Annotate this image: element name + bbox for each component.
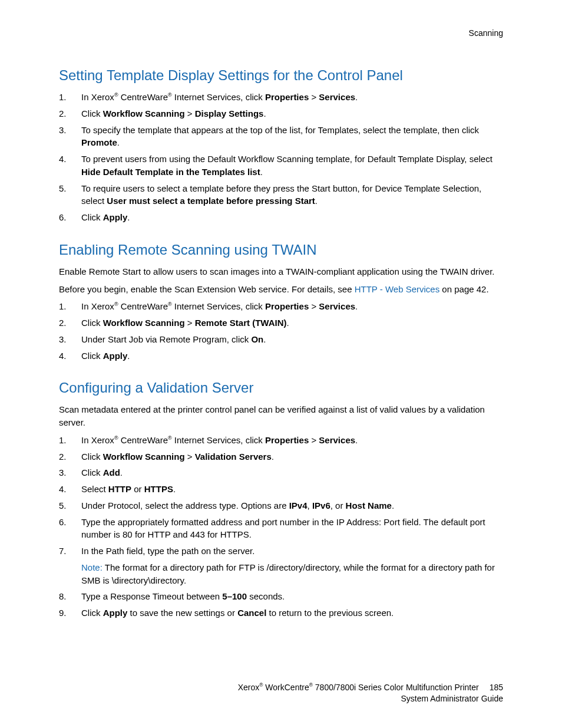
list-item: Click Apply to save the new settings or … [59,607,503,620]
bold-text: Validation Servers [195,452,272,462]
bold-text: IPv4 [289,500,308,510]
text: . [355,435,358,445]
text: to save the new settings or [127,608,237,618]
paragraph: Enable Remote Start to allow users to sc… [59,265,503,278]
bold-text: Workflow Scanning [103,452,185,462]
registered-icon: ® [114,92,118,98]
text: In Xerox [81,92,114,102]
text: Click [81,318,103,328]
text: . [120,467,123,477]
registered-icon: ® [168,92,172,98]
paragraph: Scan metadata entered at the printer con… [59,403,503,429]
heading-validation-server: Configuring a Validation Server [59,380,503,396]
list-item: Click Workflow Scanning > Validation Ser… [59,450,503,463]
text: > [309,435,319,445]
text: > [185,452,195,462]
bold-text: Services [319,301,355,311]
steps-validation-server: In Xerox® CentreWare® Internet Services,… [59,434,503,620]
text: Internet Services, click [172,92,265,102]
text: Under Protocol, select the address type.… [81,500,289,510]
text: , [308,500,312,510]
footer-text: 7800/7800i Series Color Multifunction Pr… [313,683,479,692]
text: . [392,500,394,510]
text: Internet Services, click [172,301,265,311]
text: CentreWare [118,435,168,445]
heading-template-display: Setting Template Display Settings for th… [59,67,503,84]
bold-text: Workflow Scanning [103,318,185,328]
list-item: Under Start Job via Remote Program, clic… [59,333,503,346]
bold-text: Services [319,435,355,445]
text: or [131,484,144,494]
list-item: Click Workflow Scanning > Display Settin… [59,107,503,120]
list-item: Click Add. [59,466,503,479]
bold-text: Properties [265,92,309,102]
text: Internet Services, click [172,435,265,445]
list-item: In Xerox® CentreWare® Internet Services,… [59,434,503,447]
page-footer: Xerox® WorkCentre® 7800/7800i Series Col… [59,682,503,704]
text: seconds. [247,591,285,601]
bold-text: Apply [103,212,128,222]
steps-template-display: In Xerox® CentreWare® Internet Services,… [59,91,503,224]
text: In Xerox [81,301,114,311]
text: Under Start Job via Remote Program, clic… [81,334,251,344]
bold-text: User must select a template before press… [107,196,315,206]
text: . [127,212,130,222]
text: . [355,301,358,311]
text: , or [330,500,346,510]
bold-text: HTTPS [144,484,173,494]
note-label: Note: [81,562,103,572]
footer-text: Xerox [238,683,260,692]
bold-text: 5–100 [222,591,247,601]
text: Click [81,351,103,361]
text: > [309,301,319,311]
list-item: Click Apply. [59,350,503,363]
bold-text: Apply [103,608,128,618]
list-item: Type a Response Timeout between 5–100 se… [59,590,503,603]
text: . [260,167,263,177]
list-item: To require users to select a template be… [59,182,503,208]
bold-text: Apply [103,351,128,361]
text: Click [81,608,103,618]
note-body: The format for a directory path for FTP … [81,562,495,585]
text: . [263,334,266,344]
bold-text: Remote Start (TWAIN) [195,318,287,328]
registered-icon: ® [114,435,118,441]
text: To specify the template that appears at … [81,125,479,135]
text: . [263,108,266,118]
bold-text: Services [319,92,355,102]
text: Click [81,452,103,462]
text: Before you begin, enable the Scan Extens… [59,284,355,294]
text: Click [81,108,103,118]
note-block: Note: The format for a directory path fo… [81,561,503,587]
bold-text: HTTP [108,484,131,494]
bold-text: Properties [265,435,309,445]
text: . [272,452,274,462]
text: to return to the previous screen. [266,608,394,618]
text: > [185,108,195,118]
running-header: Scanning [59,28,503,38]
page-number: 185 [490,683,503,692]
list-item: Click Apply. [59,211,503,224]
text: > [309,92,319,102]
text: Click [81,212,103,222]
bold-text: Display Settings [195,108,264,118]
bold-text: Host Name [346,500,392,510]
text: CentreWare [118,301,168,311]
link-http-web-services[interactable]: HTTP - Web Services [355,284,439,294]
bold-text: Workflow Scanning [103,108,185,118]
text: > [185,318,195,328]
text: In Xerox [81,435,114,445]
footer-subtitle: System Administrator Guide [59,693,503,704]
list-item: To prevent users from using the Default … [59,153,503,179]
list-item: Under Protocol, select the address type.… [59,499,503,512]
list-item: In the Path field, type the path on the … [59,545,503,587]
bold-text: IPv6 [312,500,330,510]
text: . [127,351,130,361]
heading-remote-scanning: Enabling Remote Scanning using TWAIN [59,242,503,258]
footer-text: WorkCentre [263,683,309,692]
steps-remote-scanning: In Xerox® CentreWare® Internet Services,… [59,300,503,362]
text: Type a Response Timeout between [81,591,222,601]
list-item: To specify the template that appears at … [59,124,503,150]
list-item: Type the appropriately formatted address… [59,516,503,542]
text: Click [81,467,103,477]
